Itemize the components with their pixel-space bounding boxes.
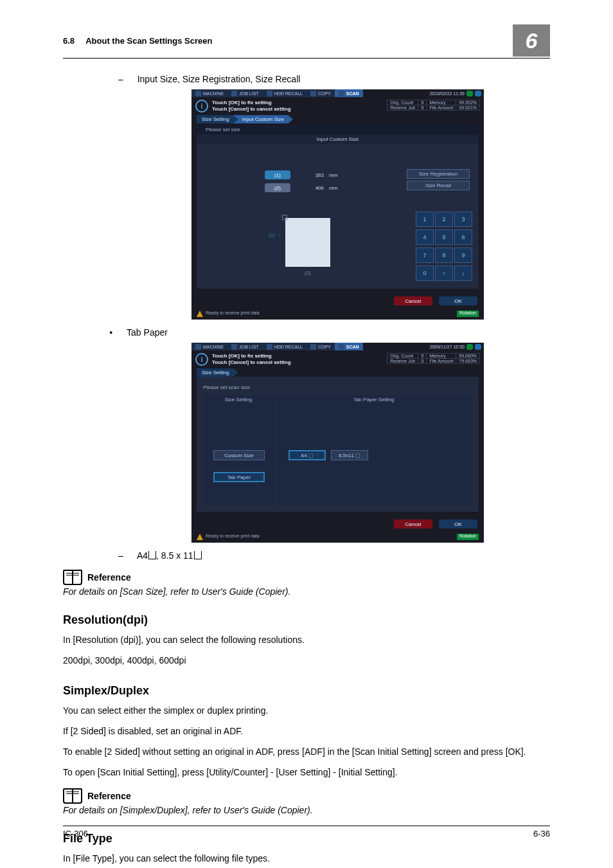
app-tabs: MACHINE JOB LIST HDD RECALL COPY SCAN 20… <box>191 89 484 97</box>
dim2-button[interactable]: (2) <box>265 183 290 192</box>
section-number: 6.8 <box>63 36 75 46</box>
reference-block: Reference <box>63 570 550 585</box>
info-icon: i <box>195 100 208 113</box>
warning-icon <box>197 311 203 317</box>
ok-button[interactable]: OK <box>439 296 477 305</box>
letter-button[interactable]: 8.5x11 ⬚ <box>331 450 368 460</box>
reference-text: For details on [Scan Size], refer to Use… <box>63 586 550 597</box>
paragraph: You can select either the simplex or dup… <box>63 704 550 717</box>
app-tabs: MACHINE JOB LIST HDD RECALL COPY SCAN 20… <box>191 343 484 350</box>
cancel-button[interactable]: Cancel <box>394 296 432 305</box>
tab-paper-button[interactable]: Tab Paper <box>213 472 265 482</box>
list-item: A4, 8.5 x 11 <box>118 550 550 561</box>
reference-text: For details on [Simplex/Duplex], refer t… <box>63 805 550 815</box>
book-icon <box>63 788 82 804</box>
list-item: Input Size, Size Registration, Size Reca… <box>118 74 550 84</box>
screenshot-input-size: MACHINE JOB LIST HDD RECALL COPY SCAN 20… <box>191 89 484 320</box>
paragraph: In [File Type], you can select the follo… <box>63 852 550 865</box>
reference-block: Reference <box>63 788 550 804</box>
paragraph: If [2 Sided] is disabled, set an origina… <box>63 725 550 737</box>
size-registration-button[interactable]: Size Registration <box>407 169 470 179</box>
size-recall-button[interactable]: Size Recall <box>407 181 470 190</box>
paragraph: To open [Scan Initial Setting], press [U… <box>63 766 550 779</box>
paragraph: In [Resolution (dpi)], you can select th… <box>63 633 550 646</box>
chapter-badge: 6 <box>513 24 550 57</box>
paper-preview: (1) → (2) <box>285 218 330 267</box>
warning-icon <box>197 534 203 540</box>
breadcrumb: Size Setting <box>191 368 484 377</box>
dim1-button[interactable]: (1) <box>265 170 290 179</box>
info-icon: i <box>195 353 208 366</box>
footer-left: IC-306 <box>63 829 88 838</box>
a4-button[interactable]: A4 ⬚ <box>289 450 326 460</box>
ok-button[interactable]: OK <box>439 520 477 529</box>
numeric-keypad: 123 456 789 0↑↓ <box>416 212 471 281</box>
heading-resolution: Resolution(dpi) <box>63 613 550 627</box>
paragraph: To enable [2 Sided] without setting an o… <box>63 745 550 758</box>
custom-size-button[interactable]: Custom Size <box>213 450 265 460</box>
book-icon <box>63 570 82 585</box>
list-item: Tab Paper <box>109 327 550 338</box>
breadcrumb: Size Setting Input Custom Size <box>191 115 484 123</box>
screenshot-tab-paper: MACHINE JOB LIST HDD RECALL COPY SCAN 20… <box>191 343 484 543</box>
heading-simplex: Simplex/Duplex <box>63 684 550 698</box>
page-footer: IC-306 6-36 <box>63 826 550 838</box>
cancel-button[interactable]: Cancel <box>394 520 432 529</box>
hint-text: Please set size <box>197 125 479 134</box>
footer-right: 6-36 <box>533 829 550 838</box>
section-title: About the Scan Settings Screen <box>85 36 212 46</box>
paragraph: 200dpi, 300dpi, 400dpi, 600dpi <box>63 654 550 667</box>
page-header: 6.8 About the Scan Settings Screen 6 <box>63 24 550 59</box>
